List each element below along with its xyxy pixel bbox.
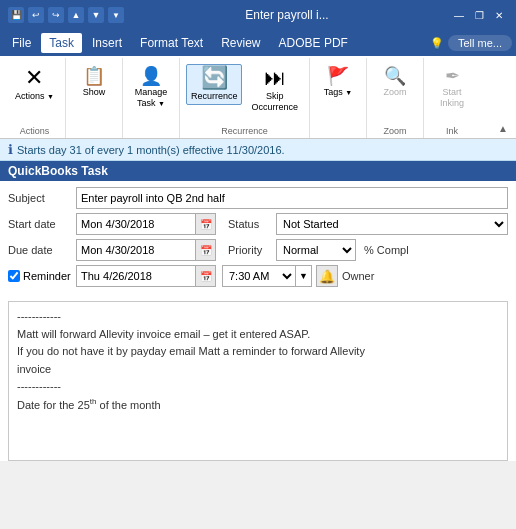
task-form: QuickBooks Task Subject Start date 📅 Sta… <box>0 161 516 461</box>
actions-button[interactable]: ✕ Actions ▼ <box>10 64 59 105</box>
due-date-label: Due date <box>8 244 76 256</box>
tags-icon: 🚩 <box>327 67 349 85</box>
ribbon-group-zoom: 🔍 Zoom Zoom <box>367 58 424 138</box>
window-title: Enter payroll i... <box>130 8 444 22</box>
show-icon: 📋 <box>83 67 105 85</box>
notes-line-4: invoice <box>17 363 51 375</box>
manage-task-icon: 👤 <box>140 67 162 85</box>
recurrence-icon: 🔄 <box>201 67 228 89</box>
menu-format-text[interactable]: Format Text <box>132 33 211 53</box>
ribbon-group-actions: ✕ Actions ▼ Actions <box>4 58 66 138</box>
save-icon[interactable]: 💾 <box>8 7 24 23</box>
pct-complete-label: % Compl <box>364 244 409 256</box>
up-icon[interactable]: ▲ <box>68 7 84 23</box>
start-date-label: Start date <box>8 218 76 230</box>
zoom-icon: 🔍 <box>384 67 406 85</box>
redo-icon[interactable]: ↪ <box>48 7 64 23</box>
manage-task-button[interactable]: 👤 ManageTask ▼ <box>129 64 173 112</box>
start-date-calendar-btn[interactable]: 📅 <box>195 214 215 234</box>
ribbon-group-ink: ✒ StartInking Ink <box>424 58 480 138</box>
info-text: Starts day 31 of every 1 month(s) effect… <box>17 144 285 156</box>
owner-label: Owner <box>342 270 374 282</box>
subject-input[interactable] <box>76 187 508 209</box>
start-date-wrap: 📅 <box>76 213 216 235</box>
skip-occurrence-button[interactable]: ⏭ SkipOccurrence <box>246 64 303 116</box>
notes-area[interactable]: ------------ Matt will forward Allevity … <box>8 301 508 461</box>
ribbon-group-manage: 👤 ManageTask ▼ <box>123 58 180 138</box>
actions-label: Actions <box>20 126 50 138</box>
undo-icon[interactable]: ↩ <box>28 7 44 23</box>
reminder-time-select[interactable]: 7:30 AM 8:00 AM 9:00 AM <box>223 266 295 286</box>
menu-adobe-pdf[interactable]: ADOBE PDF <box>271 33 356 53</box>
notes-line-1: ------------ <box>17 310 61 322</box>
start-date-input[interactable] <box>77 214 195 234</box>
due-date-wrap: 📅 <box>76 239 216 261</box>
ink-label: Ink <box>446 126 458 138</box>
reminder-label: Reminder <box>23 270 71 282</box>
priority-label: Priority <box>228 244 272 256</box>
window-controls: — ❐ ✕ <box>450 6 508 24</box>
status-wrap: Status Not Started In Progress Completed… <box>228 213 508 235</box>
window-minimize[interactable]: — <box>450 6 468 24</box>
inking-icon: ✒ <box>445 67 460 85</box>
time-dropdown-btn[interactable]: ▼ <box>295 266 311 286</box>
menu-task[interactable]: Task <box>41 33 82 53</box>
reminder-bell-button[interactable]: 🔔 <box>316 265 338 287</box>
reminder-checkbox[interactable] <box>8 270 20 282</box>
title-bar: 💾 ↩ ↪ ▲ ▼ ▼ Enter payroll i... — ❐ ✕ <box>0 0 516 30</box>
recurrence-label: Recurrence <box>221 126 268 138</box>
form-body: Subject Start date 📅 Status Not Started … <box>0 181 516 297</box>
ribbon-group-show: 📋 Show <box>66 58 123 138</box>
subject-row: Subject <box>8 187 508 209</box>
actions-icon: ✕ <box>25 67 43 89</box>
task-header: QuickBooks Task <box>0 161 516 181</box>
notes-line-6-pre: Date for the 25 <box>17 399 90 411</box>
reminder-time-wrap: 7:30 AM 8:00 AM 9:00 AM ▼ <box>222 265 312 287</box>
ribbon-group-tags: 🚩 Tags ▼ <box>310 58 367 138</box>
notes-line-2: Matt will forward Allevity invoice email… <box>17 328 310 340</box>
tags-button[interactable]: 🚩 Tags ▼ <box>316 64 360 101</box>
actions-buttons: ✕ Actions ▼ <box>10 60 59 126</box>
zoom-button[interactable]: 🔍 Zoom <box>373 64 417 101</box>
notes-line-5: ------------ <box>17 380 61 392</box>
menu-file[interactable]: File <box>4 33 39 53</box>
reminder-row: Reminder 📅 7:30 AM 8:00 AM 9:00 AM ▼ 🔔 O… <box>8 265 508 287</box>
menu-insert[interactable]: Insert <box>84 33 130 53</box>
priority-select-wrap: Low Normal High <box>276 239 356 261</box>
status-select[interactable]: Not Started In Progress Completed Waitin… <box>277 214 507 234</box>
customize-icon[interactable]: ▼ <box>108 7 124 23</box>
menu-bar: File Task Insert Format Text Review ADOB… <box>0 30 516 56</box>
due-date-row: Due date 📅 Priority Low Normal High % Co… <box>8 239 508 261</box>
window-restore[interactable]: ❐ <box>470 6 488 24</box>
notes-line-3: If you do not have it by payday email Ma… <box>17 345 365 357</box>
ribbon: ✕ Actions ▼ Actions 📋 Show 👤 ManageTask … <box>0 56 516 139</box>
ribbon-collapse-button[interactable]: ▲ <box>494 121 512 136</box>
reminder-date-input[interactable] <box>77 266 195 286</box>
skip-icon: ⏭ <box>264 67 286 89</box>
tell-me-input[interactable]: Tell me... <box>448 35 512 51</box>
subject-label: Subject <box>8 192 76 204</box>
ribbon-content: ✕ Actions ▼ Actions 📋 Show 👤 ManageTask … <box>0 56 516 138</box>
due-date-input[interactable] <box>77 240 195 260</box>
start-inking-button[interactable]: ✒ StartInking <box>430 64 474 112</box>
priority-select[interactable]: Low Normal High <box>277 240 355 260</box>
quick-access-toolbar: 💾 ↩ ↪ ▲ ▼ ▼ <box>8 7 124 23</box>
notes-line-6-post: of the month <box>96 399 160 411</box>
reminder-calendar-btn[interactable]: 📅 <box>195 266 215 286</box>
down-icon[interactable]: ▼ <box>88 7 104 23</box>
reminder-date-wrap: 📅 <box>76 265 216 287</box>
due-date-calendar-btn[interactable]: 📅 <box>195 240 215 260</box>
reminder-check-wrap: Reminder <box>8 270 76 282</box>
start-date-row: Start date 📅 Status Not Started In Progr… <box>8 213 508 235</box>
recurrence-button[interactable]: 🔄 Recurrence <box>186 64 243 105</box>
priority-wrap: Priority Low Normal High % Compl <box>228 239 508 261</box>
status-select-wrap: Not Started In Progress Completed Waitin… <box>276 213 508 235</box>
show-button[interactable]: 📋 Show <box>72 64 116 101</box>
menu-review[interactable]: Review <box>213 33 268 53</box>
status-label: Status <box>228 218 272 230</box>
info-icon: ℹ <box>8 142 13 157</box>
zoom-label: Zoom <box>384 126 407 138</box>
ribbon-group-recurrence: 🔄 Recurrence ⏭ SkipOccurrence Recurrence <box>180 58 310 138</box>
info-bar: ℹ Starts day 31 of every 1 month(s) effe… <box>0 139 516 161</box>
window-close[interactable]: ✕ <box>490 6 508 24</box>
